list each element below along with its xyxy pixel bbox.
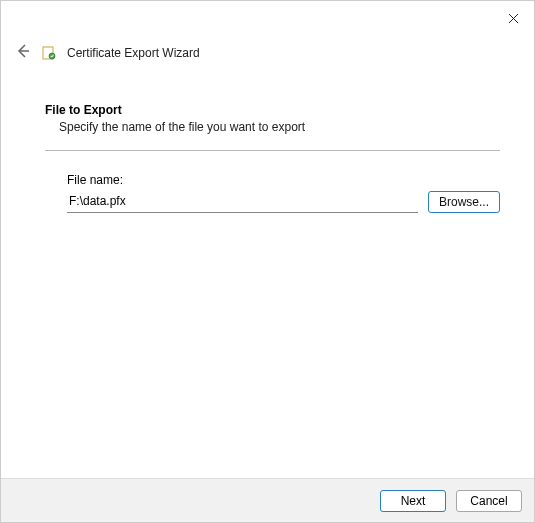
section-subheading: Specify the name of the file you want to… xyxy=(59,120,500,134)
section-heading: File to Export xyxy=(45,103,500,117)
back-button[interactable] xyxy=(15,43,31,62)
file-name-input[interactable] xyxy=(67,192,418,213)
next-button[interactable]: Next xyxy=(380,490,446,512)
divider xyxy=(45,150,500,151)
arrow-left-icon xyxy=(15,48,31,62)
cancel-button[interactable]: Cancel xyxy=(456,490,522,512)
wizard-title: Certificate Export Wizard xyxy=(67,46,200,60)
close-button[interactable] xyxy=(504,11,522,29)
close-icon xyxy=(508,13,519,27)
browse-button[interactable]: Browse... xyxy=(428,191,500,213)
certificate-icon xyxy=(41,45,57,61)
file-name-label: File name: xyxy=(67,173,500,187)
